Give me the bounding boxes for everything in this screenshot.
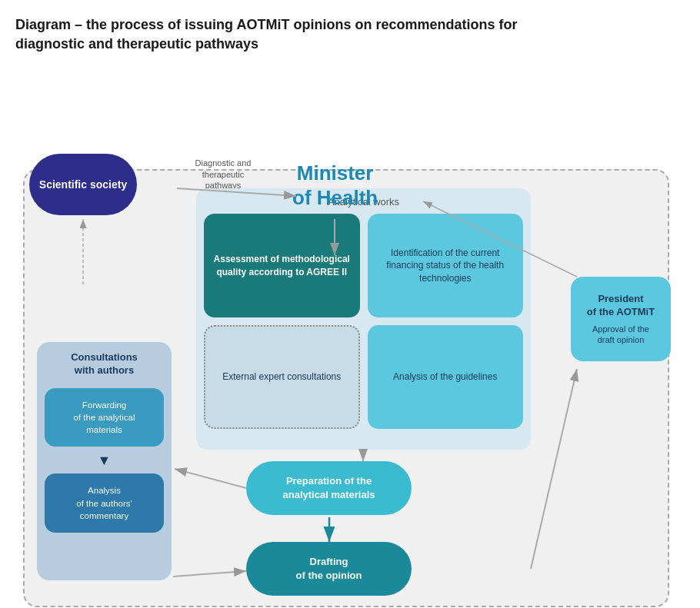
dtp-label: Diagnostic and therapeutic pathways [177, 158, 269, 191]
minister-box: Ministerof Health [292, 161, 378, 209]
minister-label: Ministerof Health [292, 161, 378, 209]
president-title: President of the AOTMiT [587, 293, 655, 319]
scientific-society-box: Scientific society [29, 154, 137, 215]
consultations-box: Consultations with authors Forwarding of… [37, 342, 172, 580]
cell-identification: Identification of the current financing … [368, 214, 524, 317]
forwarding-box: Forwarding of the analytical materials [45, 388, 164, 447]
consultations-title: Consultations with authors [45, 351, 164, 377]
down-arrow-inner: ▼ [45, 453, 164, 469]
page-title: Diagram – the process of issuing AOTMiT … [15, 15, 685, 54]
preparation-label: Preparation of the analytical materials [283, 474, 375, 502]
president-box: President of the AOTMiT Approval of the … [571, 277, 671, 361]
analysis-box: Analysis of the authors' commentary [45, 473, 164, 532]
cell-external-expert: External expert consultations [204, 325, 360, 429]
cell-assess-quality: Assessment of methodological quality acc… [204, 214, 360, 317]
president-subtitle: Approval of the draft opinion [592, 324, 649, 346]
preparation-box: Preparation of the analytical materials [246, 461, 412, 515]
scientific-society-label: Scientific society [39, 178, 127, 191]
diagram-container: Scientific society Diagnostic and therap… [15, 77, 685, 608]
analytical-works-box: Analytical works Assessment of methodolo… [196, 188, 531, 450]
analysis-label: Analysis of the authors' commentary [76, 486, 132, 520]
cell-analysis-guidelines: Analysis of the guidelines [368, 325, 524, 429]
forwarding-label: Forwarding of the analytical materials [74, 400, 135, 434]
drafting-label: Drafting of the opinion [296, 555, 362, 583]
analytical-grid: Assessment of methodological quality acc… [204, 214, 523, 429]
drafting-box: Drafting of the opinion [246, 542, 412, 596]
